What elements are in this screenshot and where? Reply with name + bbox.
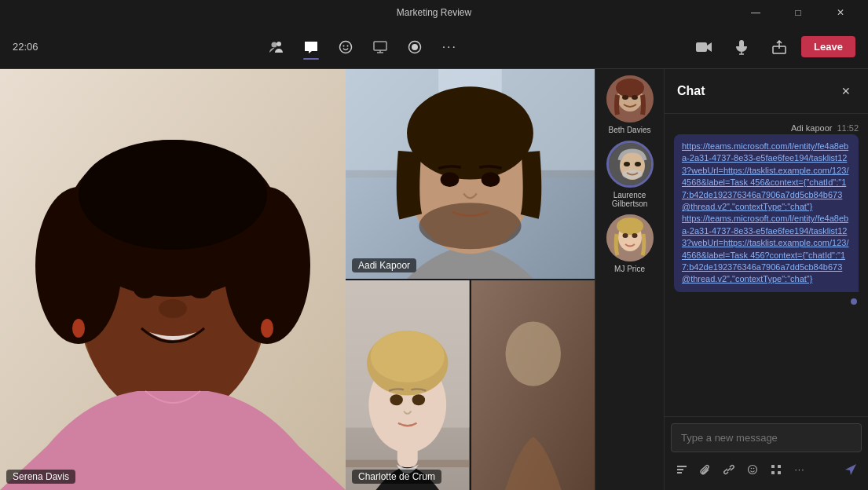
more-actions-button[interactable]: ··· — [434, 33, 465, 61]
emoji-button[interactable] — [742, 459, 764, 481]
svg-point-56 — [622, 95, 628, 100]
svg-point-69 — [749, 466, 757, 474]
svg-point-41 — [482, 172, 500, 187]
chat-close-button[interactable]: ✕ — [837, 82, 855, 101]
svg-line-68 — [727, 468, 731, 471]
participant-laurence[interactable]: Laurence Gilbertson — [599, 141, 661, 208]
svg-point-2 — [340, 41, 352, 53]
send-message-button[interactable] — [840, 459, 862, 481]
serena-name-label: Serena Davis — [6, 470, 75, 484]
chat-input-area: ··· — [665, 416, 868, 490]
svg-point-31 — [261, 319, 273, 338]
mj-name: MJ Price — [614, 265, 645, 273]
svg-point-62 — [635, 162, 641, 166]
chat-messages: Adi kapoor 11:52 https://teams.microsoft… — [665, 114, 868, 416]
charlotte-name-label: Charlotte de Crum — [352, 470, 441, 484]
participant-sidebar: Beth Davies — [595, 69, 664, 490]
window-title: Marketing Review — [397, 7, 471, 18]
message-link-2[interactable]: https://teams.microsoft.com/l/entity/fe4… — [682, 214, 848, 283]
svg-rect-72 — [771, 465, 775, 468]
participants-button[interactable] — [261, 33, 292, 61]
message-link-1[interactable]: https://teams.microsoft.com/l/entity/fe4… — [682, 141, 848, 211]
video-serena: Serena Davis — [0, 69, 346, 490]
call-time: 22:06 — [13, 41, 38, 53]
leave-call-button[interactable]: Leave — [801, 36, 855, 57]
message-sender: Adi kapoor — [791, 123, 833, 133]
svg-rect-73 — [778, 465, 781, 468]
aadi-name-label: Aadi Kapoor — [352, 258, 416, 272]
chat-tools: ··· — [671, 459, 811, 481]
svg-point-57 — [632, 95, 638, 100]
beth-avatar — [606, 75, 654, 122]
apps-button[interactable] — [765, 459, 787, 481]
svg-point-65 — [617, 218, 643, 235]
svg-point-40 — [441, 172, 460, 187]
toolbar-right: Leave — [688, 33, 855, 61]
svg-point-50 — [412, 394, 425, 405]
main-content: Serena Davis — [0, 69, 868, 490]
recording-button[interactable] — [399, 33, 430, 61]
svg-point-3 — [343, 45, 345, 46]
svg-point-61 — [624, 162, 630, 166]
reactions-button[interactable] — [330, 33, 361, 61]
close-button[interactable]: ✕ — [822, 0, 859, 25]
svg-point-30 — [72, 319, 85, 338]
svg-point-9 — [412, 44, 418, 50]
scroll-indicator — [851, 298, 857, 305]
format-text-button[interactable] — [671, 459, 693, 481]
video-grid-right: Aadi Kapoor — [346, 69, 595, 490]
svg-point-0 — [272, 42, 277, 47]
svg-point-55 — [616, 79, 644, 97]
message-bubble[interactable]: https://teams.microsoft.com/l/entity/fe4… — [674, 134, 859, 292]
minimize-button[interactable]: — — [738, 0, 774, 25]
mj-avatar — [606, 214, 654, 261]
toolbar: 22:06 — [0, 25, 868, 69]
video-bottom-row: Charlotte de Crum — [346, 280, 595, 490]
svg-point-71 — [753, 468, 755, 470]
chat-button[interactable] — [295, 33, 327, 61]
participant-mj[interactable]: MJ Price — [606, 214, 654, 273]
svg-point-52 — [505, 321, 561, 386]
chat-title: Chat — [677, 84, 705, 98]
more-options-chat-button[interactable]: ··· — [789, 459, 811, 481]
window-controls: — □ ✕ — [738, 0, 859, 25]
serena-video-feed — [0, 69, 346, 490]
aadi-video-feed — [346, 69, 595, 279]
svg-point-67 — [632, 233, 637, 238]
toolbar-center: ··· — [261, 33, 465, 61]
message-time: 11:52 — [837, 123, 859, 133]
participant-beth[interactable]: Beth Davies — [606, 75, 654, 134]
svg-point-25 — [159, 299, 187, 318]
share-content-button[interactable] — [764, 33, 795, 61]
svg-rect-74 — [771, 471, 775, 474]
svg-point-70 — [751, 468, 753, 470]
chat-toolbar: ··· — [671, 455, 862, 484]
svg-point-39 — [419, 203, 521, 249]
laurence-avatar — [606, 141, 654, 188]
mic-toggle-button[interactable] — [726, 33, 757, 61]
link-button[interactable] — [718, 459, 740, 481]
maximize-button[interactable]: □ — [780, 0, 816, 25]
video-aadi: Aadi Kapoor — [346, 69, 595, 279]
svg-point-48 — [371, 331, 445, 382]
video-4th — [471, 280, 595, 490]
svg-rect-5 — [374, 42, 386, 50]
svg-rect-10 — [696, 42, 707, 52]
camera-toggle-button[interactable] — [688, 33, 720, 61]
video-area: Serena Davis — [0, 69, 664, 490]
message-input[interactable] — [671, 423, 862, 452]
svg-point-4 — [347, 45, 349, 46]
svg-rect-75 — [778, 471, 781, 474]
svg-point-29 — [79, 140, 267, 250]
attach-file-button[interactable] — [694, 459, 716, 481]
video-charlotte: Charlotte de Crum — [346, 280, 470, 490]
chat-panel: Chat ✕ Adi kapoor 11:52 https://teams.mi… — [664, 69, 868, 490]
chat-header: Chat ✕ — [665, 69, 868, 114]
beth-name: Beth Davies — [609, 126, 651, 134]
message-meta: Adi kapoor 11:52 — [674, 123, 859, 133]
whiteboard-button[interactable] — [364, 33, 396, 61]
title-bar: Marketing Review — □ ✕ — [0, 0, 868, 25]
laurence-name: Laurence Gilbertson — [599, 191, 661, 208]
svg-point-38 — [407, 86, 533, 179]
svg-point-1 — [277, 42, 281, 46]
